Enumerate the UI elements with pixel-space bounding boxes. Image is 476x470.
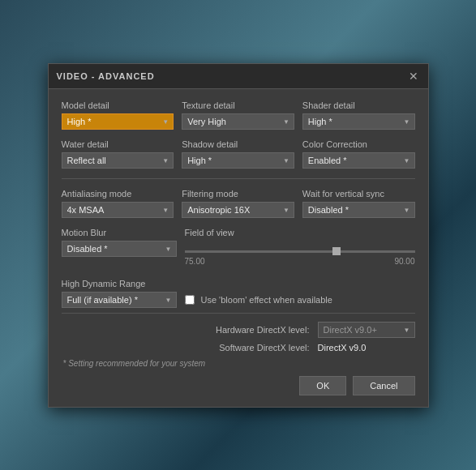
vsync-select[interactable]: Disabled * <box>302 202 415 218</box>
fov-min: 75.00 <box>185 257 205 266</box>
model-detail-group: Model detail High * <box>62 100 174 130</box>
shader-detail-label: Shader detail <box>302 100 415 110</box>
bloom-checkbox[interactable] <box>185 295 195 305</box>
fov-label: Field of view <box>185 228 415 237</box>
model-detail-select[interactable]: High * <box>62 113 174 130</box>
fov-max: 90.00 <box>394 257 414 266</box>
water-detail-wrapper: Reflect all <box>62 152 174 169</box>
hdr-group: High Dynamic Range Full (if available) * <box>62 279 177 308</box>
shader-detail-wrapper: High * <box>302 113 415 130</box>
motion-blur-select[interactable]: Disabled * <box>62 241 177 257</box>
vsync-wrapper: Disabled * <box>302 202 415 218</box>
row-3: Antialiasing mode 4x MSAA Filtering mode… <box>62 189 415 218</box>
directx-section: Hardware DirectX level: DirectX v9.0+ So… <box>62 313 415 352</box>
texture-detail-group: Texture detail Very High <box>182 100 294 130</box>
model-detail-wrapper: High * <box>62 113 174 130</box>
hardware-directx-select[interactable]: DirectX v9.0+ <box>318 322 415 338</box>
software-directx-value: DirectX v9.0 <box>318 343 415 352</box>
software-directx-label: Software DirectX level: <box>219 343 309 352</box>
texture-detail-label: Texture detail <box>182 100 294 110</box>
shadow-detail-wrapper: High * <box>182 152 294 169</box>
antialiasing-group: Antialiasing mode 4x MSAA <box>62 189 174 218</box>
antialiasing-wrapper: 4x MSAA <box>62 202 174 218</box>
hdr-wrapper: Full (if available) * <box>62 292 177 308</box>
bloom-label: Use 'bloom' effect when available <box>201 295 332 305</box>
antialiasing-label: Antialiasing mode <box>62 189 174 199</box>
software-directx-row: Software DirectX level: DirectX v9.0 <box>62 343 415 352</box>
shadow-detail-group: Shadow detail High * <box>182 139 294 169</box>
model-detail-label: Model detail <box>62 100 174 110</box>
hardware-directx-label: Hardware DirectX level: <box>216 325 310 335</box>
hardware-directx-wrapper: DirectX v9.0+ <box>318 322 415 338</box>
fov-slider-container: 75.00 90.00 <box>185 241 415 269</box>
shader-detail-group: Shader detail High * <box>302 100 415 130</box>
row-2: Water detail Reflect all Shadow detail H… <box>62 139 415 169</box>
close-button[interactable]: ✕ <box>407 70 420 82</box>
water-detail-group: Water detail Reflect all <box>62 139 174 169</box>
title-bar: VIDEO - ADVANCED ✕ <box>49 64 428 89</box>
shader-detail-select[interactable]: High * <box>302 113 415 130</box>
color-correction-select[interactable]: Enabled * <box>302 152 415 169</box>
filtering-select[interactable]: Anisotropic 16X <box>182 202 294 218</box>
vsync-group: Wait for vertical sync Disabled * <box>302 189 415 218</box>
filtering-wrapper: Anisotropic 16X <box>182 202 294 218</box>
row-1: Model detail High * Texture detail Very … <box>62 100 415 130</box>
button-row: OK Cancel <box>62 376 415 399</box>
ok-button[interactable]: OK <box>299 376 346 395</box>
hdr-select[interactable]: Full (if available) * <box>62 292 177 308</box>
motion-blur-wrapper: Disabled * <box>62 241 177 257</box>
motion-blur-label: Motion Blur <box>62 228 177 237</box>
filtering-label: Filtering mode <box>182 189 294 199</box>
hardware-directx-row: Hardware DirectX level: DirectX v9.0+ <box>62 322 415 338</box>
dialog-body: Model detail High * Texture detail Very … <box>49 89 428 407</box>
vsync-label: Wait for vertical sync <box>302 189 415 199</box>
filtering-group: Filtering mode Anisotropic 16X <box>182 189 294 218</box>
fov-labels: 75.00 90.00 <box>185 257 415 266</box>
fov-slider[interactable] <box>185 250 415 253</box>
color-correction-group: Color Correction Enabled * <box>302 139 415 169</box>
color-correction-label: Color Correction <box>302 139 415 149</box>
separator-1 <box>62 178 415 179</box>
row-5: High Dynamic Range Full (if available) *… <box>62 279 415 308</box>
motion-blur-group: Motion Blur Disabled * <box>62 228 177 269</box>
row-4: Motion Blur Disabled * Field of view 75.… <box>62 228 415 269</box>
shadow-detail-label: Shadow detail <box>182 139 294 149</box>
antialiasing-select[interactable]: 4x MSAA <box>62 202 174 218</box>
water-detail-select[interactable]: Reflect all <box>62 152 174 169</box>
fov-group: Field of view 75.00 90.00 <box>185 228 415 269</box>
hdr-label: High Dynamic Range <box>62 279 177 288</box>
texture-detail-wrapper: Very High <box>182 113 294 130</box>
note-text: * Setting recommended for your system <box>62 359 415 368</box>
bloom-group: Use 'bloom' effect when available <box>185 295 415 308</box>
shadow-detail-select[interactable]: High * <box>182 152 294 169</box>
water-detail-label: Water detail <box>62 139 174 149</box>
cancel-button[interactable]: Cancel <box>353 376 414 395</box>
texture-detail-select[interactable]: Very High <box>182 113 294 130</box>
dialog: VIDEO - ADVANCED ✕ Model detail High * T… <box>48 63 429 408</box>
color-correction-wrapper: Enabled * <box>302 152 415 169</box>
dialog-title: VIDEO - ADVANCED <box>57 71 155 81</box>
